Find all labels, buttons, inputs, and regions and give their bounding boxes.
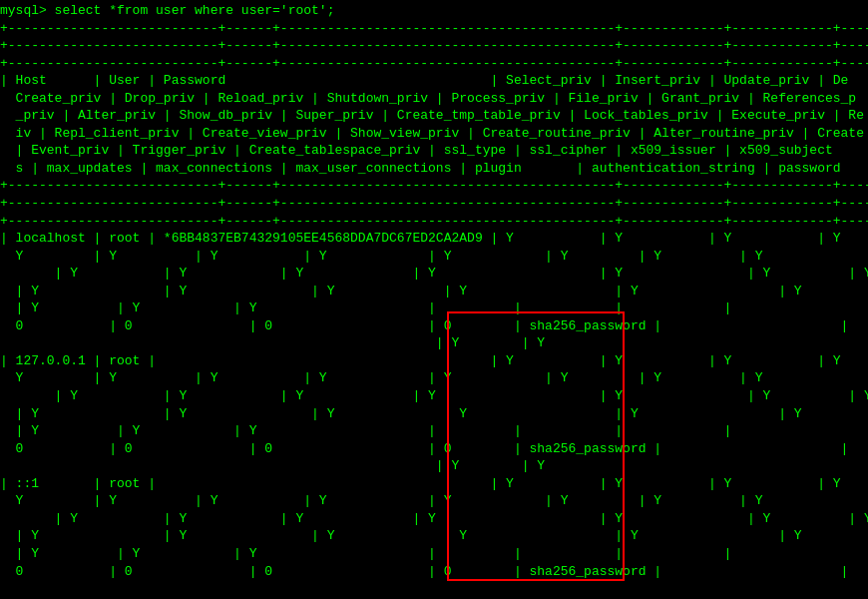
terminal-line: Create_priv | Drop_priv | Reload_priv | …	[0, 90, 868, 108]
terminal-line: | Y | Y | Y | | | |	[0, 545, 868, 563]
terminal-line: Y | Y | Y | Y | Y | Y | Y | Y	[0, 492, 868, 510]
terminal-line: | Y | Y | Y | | | |	[0, 300, 868, 317]
terminal-line: +---------------------------+------+----…	[0, 37, 868, 55]
terminal-line: | ::1 | root | | Y | Y | Y | Y	[0, 475, 868, 493]
terminal-line: +---------------------------+------+----…	[0, 195, 868, 213]
terminal-line: | Y | Y | Y | Y | Y | Y | Y	[0, 387, 868, 405]
terminal-line: mysql> select *from user where user='roo…	[0, 2, 868, 20]
terminal-line: +---------------------------+------+----…	[0, 213, 868, 231]
terminal-line: 0 | 0 | 0 | 0 | sha256_password | |	[0, 317, 868, 335]
terminal-line: +---------------------------+------+----…	[0, 20, 868, 38]
terminal-line: | 127.0.0.1 | root | | Y | Y | Y | Y	[0, 352, 868, 370]
terminal-line: s | max_updates | max_connections | max_…	[0, 160, 868, 178]
terminal-output: mysql> select *from user where user='roo…	[0, 2, 868, 580]
terminal-line: | Y | Y	[0, 457, 868, 475]
terminal-line: | Y | Y	[0, 334, 868, 352]
terminal-line: | Y | Y | Y | Y | Y | Y | Y	[0, 265, 868, 283]
terminal: mysql> select *from user where user='roo…	[0, 0, 868, 599]
terminal-line: | Event_priv | Trigger_priv | Create_tab…	[0, 142, 868, 160]
terminal-line: +---------------------------+------+----…	[0, 177, 868, 195]
terminal-line: | Y | Y | Y | Y | Y | Y	[0, 527, 868, 545]
terminal-line: _priv | Alter_priv | Show_db_priv | Supe…	[0, 107, 868, 125]
terminal-line: | Y | Y | Y | Y | Y | Y	[0, 405, 868, 423]
terminal-line: | Y | Y | Y | Y | Y | Y | Y	[0, 510, 868, 528]
terminal-line: | Host | User | Password | Select_priv |…	[0, 72, 868, 90]
terminal-line: | Y | Y | Y | | | |	[0, 422, 868, 440]
terminal-line: Y | Y | Y | Y | Y | Y | Y | Y	[0, 369, 868, 387]
terminal-line: +---------------------------+------+----…	[0, 55, 868, 73]
terminal-line: Y | Y | Y | Y | Y | Y | Y | Y	[0, 248, 868, 266]
terminal-line: 0 | 0 | 0 | 0 | sha256_password | |	[0, 563, 868, 581]
terminal-line: | Y | Y | Y | Y | Y | Y	[0, 283, 868, 300]
terminal-line: iv | Repl_client_priv | Create_view_priv…	[0, 125, 868, 143]
terminal-line: 0 | 0 | 0 | 0 | sha256_password | |	[0, 440, 868, 458]
terminal-line: | localhost | root | *6BB4837EB74329105E…	[0, 230, 868, 248]
